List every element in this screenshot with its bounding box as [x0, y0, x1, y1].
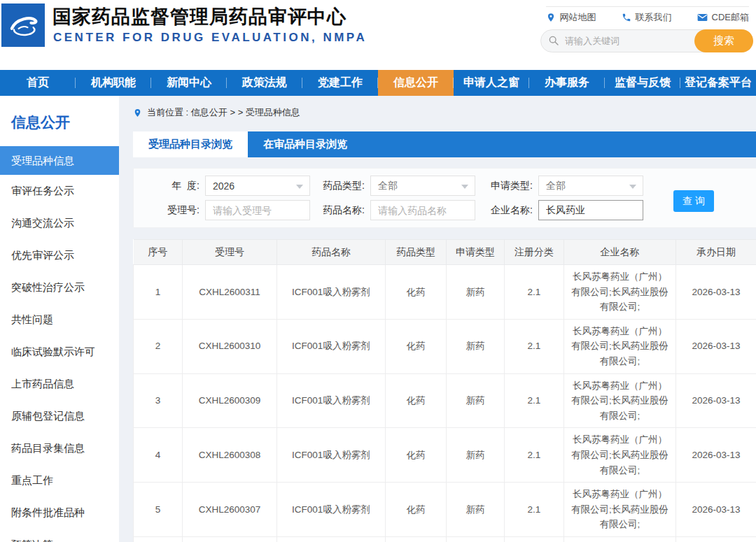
- filter-panel: 年 度: 2026 药品类型: 全部 申请类型: 全部: [133, 168, 756, 228]
- cell-accept-no: CXHL2600307: [183, 483, 277, 537]
- site-search: 搜索: [540, 29, 753, 52]
- accept-no-label: 受理号:: [159, 204, 200, 217]
- nav-item[interactable]: 监督与反馈: [605, 70, 680, 96]
- column-header: 药品类型: [386, 240, 447, 265]
- cell-drug-type: 化药: [386, 483, 447, 537]
- cell-seq: 3: [134, 373, 183, 428]
- cell-drug-type: 化药: [386, 373, 447, 428]
- search-icon: [548, 35, 559, 46]
- mailbox-link[interactable]: CDE邮箱: [697, 11, 749, 24]
- page-title: 国家药品监督管理局药品审评中心: [52, 4, 346, 29]
- phone-icon: [622, 13, 631, 22]
- sidebar-item[interactable]: 临床试验默示许可: [0, 336, 119, 368]
- main-area: 信息公开 受理品种信息 审评任务公示 沟通交流公示 优先审评公示 突破性治疗公示…: [0, 96, 756, 542]
- mail-icon: [697, 13, 708, 22]
- column-header: 企业名称: [564, 240, 676, 265]
- accept-no-input[interactable]: [205, 200, 310, 220]
- cell-apply-type: 新药: [447, 319, 505, 373]
- sitemap-label: 网站地图: [560, 11, 596, 24]
- filter-row-2: 受理号: 药品名称: 企业名称:: [159, 200, 756, 220]
- drug-name-input[interactable]: [370, 200, 475, 220]
- table-row[interactable]: 4 CXHL2600308 ICF001吸入粉雾剂 化药 新药 2.1 长风苏粤…: [134, 428, 756, 483]
- cell-drug-name: ICF001吸入粉雾剂: [277, 536, 386, 542]
- cell-seq: 1: [134, 265, 183, 320]
- apply-type-value: 全部: [546, 180, 566, 192]
- drug-type-select[interactable]: 全部: [370, 176, 475, 196]
- results-table: 序号受理号药品名称药品类型申请类型注册分类企业名称承办日期 1 CXHL2600…: [133, 239, 756, 542]
- nav-item[interactable]: 政策法规: [227, 70, 302, 96]
- cell-seq: 5: [134, 483, 183, 537]
- sidebar-item[interactable]: 预算决算: [0, 529, 119, 542]
- cell-company: 长风苏粤药业（广州）有限公司;长风药业股份有限公司;: [564, 265, 676, 320]
- table-header-row: 序号受理号药品名称药品类型申请类型注册分类企业名称承办日期: [134, 240, 756, 265]
- company-input[interactable]: [538, 200, 643, 220]
- map-pin-icon: [546, 13, 556, 22]
- drug-type-value: 全部: [378, 180, 398, 192]
- cell-reg-class: 2.1: [505, 265, 564, 320]
- cde-logo: [1, 3, 45, 47]
- sidebar-item[interactable]: 附条件批准品种: [0, 497, 119, 529]
- cell-apply-type: 新药: [447, 483, 505, 537]
- sitemap-link[interactable]: 网站地图: [546, 11, 596, 24]
- nav-item[interactable]: 登记备案平台: [680, 70, 756, 96]
- nav-item[interactable]: 申请人之窗: [454, 70, 529, 96]
- tab-accepted-catalog[interactable]: 受理品种目录浏览: [133, 131, 248, 157]
- year-value: 2026: [213, 180, 234, 192]
- page-subtitle: CENTER FOR DRUG EVALUATION, NMPA: [53, 31, 367, 45]
- year-label: 年 度:: [159, 180, 200, 192]
- sidebar-menu: 受理品种信息 审评任务公示 沟通交流公示 优先审评公示 突破性治疗公示 共性问题…: [0, 146, 119, 542]
- sidebar-item[interactable]: 突破性治疗公示: [0, 271, 119, 304]
- chevron-down-icon: [296, 185, 303, 189]
- sidebar-item[interactable]: 共性问题: [0, 304, 119, 336]
- cell-drug-type: 化药: [386, 319, 447, 373]
- sidebar-item[interactable]: 药品目录集信息: [0, 432, 119, 464]
- drug-name-label: 药品名称:: [318, 204, 365, 217]
- apply-type-label: 申请类型:: [486, 180, 533, 192]
- column-header: 承办日期: [676, 240, 756, 265]
- cell-accept-no: CXHL2600310: [183, 319, 277, 373]
- table-row[interactable]: 6 CXHL2600306 ICF001吸入粉雾剂 化药 新药 2.1 长风苏粤…: [134, 536, 756, 542]
- cell-date: 2026-03-13: [676, 428, 756, 483]
- contact-link[interactable]: 联系我们: [622, 11, 672, 24]
- site-header: 国家药品监督管理局药品审评中心 CENTER FOR DRUG EVALUATI…: [0, 0, 756, 70]
- breadcrumb-text: 当前位置 : 信息公开 > > 受理品种信息: [147, 106, 300, 119]
- cell-company: 长风苏粤药业（广州）有限公司;长风药业股份有限公司;: [564, 428, 676, 483]
- cell-apply-type: 新药: [447, 265, 505, 320]
- year-select[interactable]: 2026: [205, 176, 310, 196]
- sidebar-item[interactable]: 沟通交流公示: [0, 207, 119, 239]
- sidebar-item[interactable]: 优先审评公示: [0, 239, 119, 271]
- query-button[interactable]: 查 询: [673, 190, 714, 212]
- sidebar-title: 信息公开: [0, 96, 119, 146]
- breadcrumb: 当前位置 : 信息公开 > > 受理品种信息: [133, 104, 756, 122]
- nav-item[interactable]: 办事服务: [529, 70, 605, 96]
- table-row[interactable]: 3 CXHL2600309 ICF001吸入粉雾剂 化药 新药 2.1 长风苏粤…: [134, 373, 756, 428]
- nav-item[interactable]: 机构职能: [76, 70, 151, 96]
- apply-type-select[interactable]: 全部: [538, 176, 643, 196]
- cell-drug-name: ICF001吸入粉雾剂: [277, 265, 386, 320]
- cell-drug-name: ICF001吸入粉雾剂: [277, 373, 386, 428]
- filter-row-1: 年 度: 2026 药品类型: 全部 申请类型: 全部: [159, 176, 756, 196]
- cell-drug-name: ICF001吸入粉雾剂: [277, 483, 386, 537]
- main-nav: 首页 机构职能 新闻中心 政策法规 党建工作 信息公开 申请人之窗 办事服务 监…: [0, 70, 756, 96]
- table-row[interactable]: 2 CXHL2600310 ICF001吸入粉雾剂 化药 新药 2.1 长风苏粤…: [134, 319, 756, 373]
- nav-item[interactable]: 信息公开: [378, 70, 454, 96]
- table-row[interactable]: 5 CXHL2600307 ICF001吸入粉雾剂 化药 新药 2.1 长风苏粤…: [134, 483, 756, 537]
- nav-item[interactable]: 新闻中心: [151, 70, 227, 96]
- search-button[interactable]: 搜索: [694, 29, 753, 52]
- content: 当前位置 : 信息公开 > > 受理品种信息 受理品种目录浏览 在审品种目录浏览…: [133, 96, 756, 542]
- sidebar-item[interactable]: 审评任务公示: [0, 175, 119, 207]
- sidebar-item[interactable]: 上市药品信息: [0, 368, 119, 400]
- swan-logo-icon: [5, 7, 41, 43]
- cell-apply-type: 新药: [447, 428, 505, 483]
- sidebar-item[interactable]: 重点工作: [0, 464, 119, 497]
- nav-item[interactable]: 首页: [0, 70, 76, 96]
- sidebar-item[interactable]: 原辅包登记信息: [0, 400, 119, 432]
- tab-under-review-catalog[interactable]: 在审品种目录浏览: [248, 131, 363, 157]
- sidebar-item[interactable]: 受理品种信息: [0, 146, 119, 175]
- table-row[interactable]: 1 CXHL2600311 ICF001吸入粉雾剂 化药 新药 2.1 长风苏粤…: [134, 265, 756, 320]
- cell-drug-type: 化药: [386, 428, 447, 483]
- cell-reg-class: 2.1: [505, 319, 564, 373]
- nav-item[interactable]: 党建工作: [302, 70, 378, 96]
- company-label: 企业名称:: [486, 204, 533, 217]
- cell-apply-type: 新药: [447, 536, 505, 542]
